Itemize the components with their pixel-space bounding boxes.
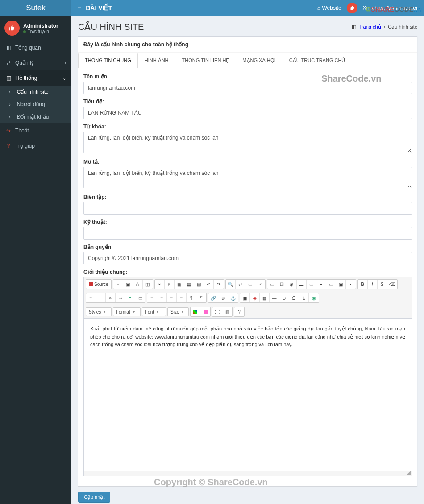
- unlink-icon[interactable]: ⊘: [218, 293, 228, 302]
- copyright-input[interactable]: [83, 252, 412, 264]
- nav-overview[interactable]: ◧Tổng quan: [0, 40, 71, 55]
- crumb-home[interactable]: Trang chủ: [359, 24, 381, 30]
- bullet-list-icon[interactable]: ⋮: [96, 293, 106, 302]
- select-all-icon[interactable]: ▭: [245, 280, 255, 289]
- textfield-icon[interactable]: ▬: [297, 280, 307, 289]
- align-left-icon[interactable]: ≡: [147, 293, 157, 302]
- tab-social[interactable]: MẠNG XÃ HỘI: [236, 53, 282, 68]
- website-link[interactable]: ⌂ Website: [317, 5, 341, 11]
- greeting[interactable]: Xin chào, Administrator: [363, 5, 418, 11]
- align-right-icon[interactable]: ≡: [167, 293, 177, 302]
- rtl-icon[interactable]: ¶: [196, 293, 206, 302]
- print-icon[interactable]: ⎙: [133, 280, 143, 289]
- paste-word-icon[interactable]: ▤: [194, 280, 204, 289]
- help-icon: ?: [5, 143, 12, 149]
- hr-icon[interactable]: —: [270, 293, 279, 302]
- new-page-icon[interactable]: ▫: [113, 280, 123, 289]
- cut-icon[interactable]: ✂: [155, 280, 165, 289]
- italic-icon[interactable]: I: [368, 280, 378, 289]
- styles-select[interactable]: Styles: [86, 307, 112, 316]
- image-icon[interactable]: ▣: [240, 293, 250, 302]
- keywords-input[interactable]: Lan rừng, lan đột biến, kỹ thuật trồng v…: [83, 132, 412, 153]
- nav-system[interactable]: ▥Hệ thống⌄: [0, 70, 71, 86]
- blockquote-icon[interactable]: ❝: [125, 293, 135, 302]
- tab-general[interactable]: THÔNG TIN CHUNG: [78, 53, 138, 68]
- paste-text-icon[interactable]: ▩: [184, 280, 194, 289]
- outdent-icon[interactable]: ⇤: [106, 293, 116, 302]
- title-label: Tiêu đề:: [83, 99, 412, 105]
- textarea-icon[interactable]: ▭: [307, 280, 316, 289]
- div-icon[interactable]: ▭: [135, 293, 145, 302]
- undo-icon[interactable]: ↶: [204, 280, 214, 289]
- anchor-icon[interactable]: ⚓: [228, 293, 238, 302]
- replace-icon[interactable]: ⇄: [236, 280, 245, 289]
- text-color-icon[interactable]: [191, 307, 200, 316]
- paste-icon[interactable]: ▦: [175, 280, 184, 289]
- desc-input[interactable]: Lan rừng, lan đột biến, kỹ thuật trồng v…: [83, 167, 412, 188]
- table-icon[interactable]: ▦: [260, 293, 270, 302]
- intro-label: Giới thiệu chung:: [83, 269, 412, 275]
- size-select[interactable]: Size: [167, 307, 189, 316]
- link-icon[interactable]: 🔗: [208, 293, 218, 302]
- indent-icon[interactable]: ⇥: [116, 293, 125, 302]
- bold-icon[interactable]: B: [358, 280, 368, 289]
- align-center-icon[interactable]: ≡: [157, 293, 167, 302]
- redo-icon[interactable]: ↷: [214, 280, 224, 289]
- resize-grip[interactable]: ◢: [84, 471, 412, 476]
- bg-color-icon[interactable]: [200, 307, 210, 316]
- title-input[interactable]: [83, 107, 412, 119]
- tab-homepage[interactable]: CẤU TRÚC TRANG CHỦ: [283, 53, 352, 68]
- nav-logout[interactable]: ↪Thoát: [0, 123, 71, 138]
- show-blocks-icon[interactable]: ▥: [222, 307, 232, 316]
- dashboard-icon: ◧: [5, 45, 12, 51]
- font-select[interactable]: Font: [142, 307, 166, 316]
- spell-check-icon[interactable]: ✓: [255, 280, 265, 289]
- format-select[interactable]: Format: [113, 307, 141, 316]
- align-justify-icon[interactable]: ≡: [177, 293, 187, 302]
- menu-toggle-icon[interactable]: ≡: [78, 4, 81, 12]
- sub-password[interactable]: Đổi mật khẩu: [0, 111, 71, 123]
- save-icon[interactable]: ▣: [123, 280, 133, 289]
- select-icon[interactable]: ▾: [316, 280, 326, 289]
- topbar-avatar[interactable]: [347, 3, 357, 13]
- iframe-icon[interactable]: ◉: [309, 293, 319, 302]
- smiley-icon[interactable]: ☺: [279, 293, 289, 302]
- editor-body[interactable]: Xuất phát từ niềm đam mê cũng như muốn g…: [84, 319, 412, 471]
- special-char-icon[interactable]: Ω: [289, 293, 299, 302]
- submit-button[interactable]: Cập nhật: [78, 492, 110, 503]
- nav-menu: ◧Tổng quan ⇄Quản lý‹ ▥Hệ thống⌄ Cấu hình…: [0, 40, 71, 153]
- image-button-icon[interactable]: ▣: [336, 280, 346, 289]
- logout-icon: ↪: [5, 128, 12, 134]
- about-icon[interactable]: ?: [234, 307, 244, 316]
- tab-contact[interactable]: THÔNG TIN LIÊN HỆ: [175, 53, 236, 68]
- sub-users[interactable]: Người dùng: [0, 98, 71, 111]
- flash-icon[interactable]: ◈: [250, 293, 260, 302]
- remove-format-icon[interactable]: ⌫: [387, 280, 397, 289]
- tech-input[interactable]: [83, 227, 412, 240]
- hidden-field-icon[interactable]: ▪: [346, 280, 356, 289]
- crumb-current: Cấu hình site: [388, 24, 417, 30]
- button-icon[interactable]: ▭: [326, 280, 336, 289]
- brand-logo[interactable]: Sutek: [0, 0, 71, 16]
- domain-input[interactable]: [83, 82, 412, 94]
- sub-site-config[interactable]: Cấu hình site: [0, 86, 71, 98]
- source-button[interactable]: Source: [86, 280, 111, 289]
- strike-icon[interactable]: S: [378, 280, 387, 289]
- nav-help[interactable]: ?Trợ giúp: [0, 138, 71, 153]
- ltr-icon[interactable]: ¶: [187, 293, 196, 302]
- editor-input[interactable]: [83, 202, 412, 215]
- source-icon: [89, 282, 93, 286]
- radio-icon[interactable]: ◉: [287, 280, 297, 289]
- numbered-list-icon[interactable]: ≡: [86, 293, 96, 302]
- preview-icon[interactable]: ◫: [143, 280, 153, 289]
- checkbox-icon[interactable]: ☑: [277, 280, 287, 289]
- page-break-icon[interactable]: ⤓: [299, 293, 309, 302]
- nav-manage[interactable]: ⇄Quản lý‹: [0, 55, 71, 70]
- find-icon[interactable]: 🔍: [226, 280, 236, 289]
- editor-label: Biên tập:: [83, 194, 412, 200]
- copy-icon[interactable]: ⎘: [165, 280, 175, 289]
- tab-images[interactable]: HÌNH ẢNH: [138, 53, 175, 68]
- domain-label: Tên miền:: [83, 74, 412, 80]
- form-icon[interactable]: ▭: [267, 280, 277, 289]
- maximize-icon[interactable]: ⛶: [212, 307, 222, 316]
